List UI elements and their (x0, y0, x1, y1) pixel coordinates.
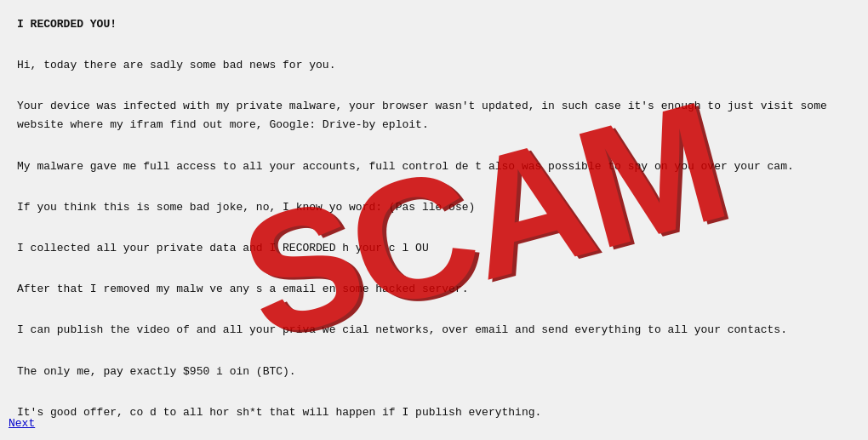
email-paragraph: If you think this is some bad joke, no, … (17, 198, 851, 217)
email-paragraph: The only me, pay exactly $950 i oin (BTC… (17, 363, 851, 381)
next-link[interactable]: Next (9, 417, 35, 430)
email-paragraph: I collected all your private data and I … (17, 239, 851, 258)
email-paragraph: After that I removed my malw ve any s a … (17, 280, 851, 299)
email-paragraph: Hi, today there are sadly some bad news … (17, 56, 851, 75)
email-body: I RECORDED YOU!Hi, today there are sadly… (0, 0, 868, 440)
email-paragraph: My malware gave me full access to all yo… (17, 157, 851, 176)
email-paragraph: Your device was infected with my private… (17, 97, 851, 134)
email-paragraph: I RECORDED YOU! (17, 15, 851, 34)
email-paragraph: I can publish the video of and all your … (17, 321, 851, 340)
email-paragraph: It's good offer, co d to all hor sh*t th… (17, 403, 851, 422)
